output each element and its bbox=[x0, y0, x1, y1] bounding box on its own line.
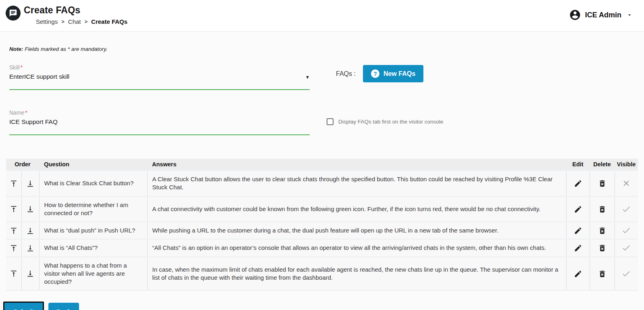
move-to-top-button[interactable] bbox=[6, 222, 21, 239]
name-field[interactable]: Name* ICE Support FAQ bbox=[9, 109, 310, 135]
edit-button[interactable] bbox=[566, 171, 590, 197]
trash-x-icon bbox=[598, 270, 606, 278]
check-icon bbox=[621, 226, 631, 235]
column-header-question: Question bbox=[39, 159, 147, 171]
faq-question: How to determine whether I am connected … bbox=[39, 196, 147, 222]
breadcrumb-current: Create FAQs bbox=[91, 18, 127, 25]
edit-button[interactable] bbox=[566, 222, 590, 239]
faq-row: What is “All Chats”?“All Chats” is an op… bbox=[6, 239, 638, 257]
faq-table: Order Question Answers Edit Delete Visib… bbox=[6, 159, 638, 291]
visible-toggle-check[interactable] bbox=[615, 222, 638, 239]
visible-toggle-check[interactable] bbox=[615, 239, 638, 257]
visible-toggle-cross[interactable] bbox=[615, 171, 638, 197]
note-prefix: Note: bbox=[9, 46, 23, 52]
faqs-label: FAQs : bbox=[336, 70, 356, 78]
trash-x-icon bbox=[598, 179, 606, 188]
chat-bubble-icon bbox=[6, 6, 21, 21]
name-value: ICE Support FAQ bbox=[9, 118, 58, 126]
edit-button[interactable] bbox=[566, 239, 590, 257]
check-icon bbox=[621, 243, 631, 253]
move-to-bottom-button[interactable] bbox=[21, 171, 39, 197]
pencil-icon bbox=[574, 244, 582, 252]
move-to-top-icon bbox=[10, 270, 18, 278]
breadcrumb-chat[interactable]: Chat bbox=[68, 18, 81, 25]
checkbox-icon[interactable] bbox=[327, 118, 333, 125]
column-header-answers: Answers bbox=[147, 159, 566, 171]
move-to-bottom-button[interactable] bbox=[21, 257, 39, 291]
main-content: Note: Fields marked as * are mandatory. … bbox=[0, 46, 644, 310]
move-to-bottom-icon bbox=[26, 244, 34, 252]
move-to-bottom-button[interactable] bbox=[21, 196, 39, 222]
faq-question: What is “All Chats”? bbox=[39, 239, 147, 257]
move-to-top-button[interactable] bbox=[6, 196, 21, 222]
pencil-icon bbox=[574, 205, 582, 214]
trash-x-icon bbox=[598, 244, 606, 252]
move-to-top-icon bbox=[10, 180, 18, 188]
check-icon bbox=[621, 204, 631, 214]
faq-answer: A Clear Stuck Chat button allows the use… bbox=[147, 171, 566, 197]
skill-label: Skill* bbox=[9, 64, 310, 71]
submit-button[interactable]: Submit bbox=[3, 302, 44, 310]
move-to-bottom-button[interactable] bbox=[21, 239, 39, 257]
breadcrumb-settings[interactable]: Settings bbox=[36, 18, 58, 25]
visible-toggle-check[interactable] bbox=[615, 196, 638, 222]
faq-answer: “All Chats” is an option in an operator’… bbox=[147, 239, 566, 257]
new-faqs-button-label: New FAQs bbox=[383, 70, 415, 78]
note-text: Fields marked as * are mandatory. bbox=[25, 46, 107, 52]
faq-question: What is “dual push” in Push URL? bbox=[39, 222, 147, 239]
move-to-top-button[interactable] bbox=[6, 257, 21, 291]
page-title: Create FAQs bbox=[24, 5, 127, 15]
move-to-top-icon bbox=[10, 205, 18, 213]
faq-row: What happens to a chat from a visitor wh… bbox=[6, 257, 638, 291]
mandatory-note: Note: Fields marked as * are mandatory. bbox=[9, 46, 638, 52]
move-to-top-button[interactable] bbox=[6, 239, 21, 257]
faq-answer: While pushing a URL to the customer duri… bbox=[147, 222, 566, 239]
faq-row: What is Clear Stuck Chat button?A Clear … bbox=[6, 171, 638, 197]
move-to-top-icon bbox=[10, 244, 18, 252]
column-header-order: Order bbox=[6, 159, 39, 171]
name-label: Name* bbox=[9, 109, 310, 116]
skill-value: EnterICE support skill bbox=[9, 73, 69, 80]
delete-button[interactable] bbox=[590, 257, 615, 291]
move-to-top-icon bbox=[10, 227, 18, 235]
column-header-edit: Edit bbox=[566, 159, 590, 171]
move-to-bottom-button[interactable] bbox=[21, 222, 39, 239]
back-button[interactable]: Back bbox=[48, 303, 79, 310]
faq-row: What is “dual push” in Push URL?While pu… bbox=[6, 222, 638, 239]
check-icon bbox=[621, 269, 631, 279]
delete-button[interactable] bbox=[590, 171, 615, 197]
delete-button[interactable] bbox=[590, 222, 615, 239]
trash-x-icon bbox=[598, 226, 606, 235]
faq-row: How to determine whether I am connected … bbox=[6, 196, 638, 222]
faq-question: What happens to a chat from a visitor wh… bbox=[39, 257, 147, 291]
breadcrumb-separator: > bbox=[61, 19, 65, 25]
faq-answer: In case, when the maximum limit of chats… bbox=[147, 257, 566, 291]
breadcrumb: Settings > Chat > Create FAQs bbox=[36, 18, 127, 25]
edit-button[interactable] bbox=[566, 196, 590, 222]
chevron-down-icon bbox=[626, 12, 633, 18]
edit-button[interactable] bbox=[566, 257, 590, 291]
move-to-bottom-icon bbox=[26, 270, 34, 278]
user-menu[interactable]: ICE Admin bbox=[569, 9, 633, 21]
dropdown-arrow-icon[interactable]: ▼ bbox=[305, 75, 310, 80]
skill-field[interactable]: Skill* EnterICE support skill ▼ bbox=[9, 64, 310, 90]
column-header-delete: Delete bbox=[590, 159, 615, 171]
delete-button[interactable] bbox=[590, 196, 615, 222]
move-to-bottom-icon bbox=[26, 227, 34, 235]
checkbox-label: Display FAQs tab first on the visitor co… bbox=[338, 119, 443, 125]
app-header: Create FAQs Settings > Chat > Create FAQ… bbox=[0, 0, 644, 31]
pencil-icon bbox=[574, 270, 582, 278]
user-name: ICE Admin bbox=[585, 11, 621, 19]
delete-button[interactable] bbox=[590, 239, 615, 257]
move-to-bottom-icon bbox=[26, 205, 34, 213]
question-mark-icon: ? bbox=[371, 69, 379, 78]
visible-toggle-check[interactable] bbox=[615, 257, 638, 291]
cross-icon bbox=[622, 179, 631, 188]
trash-x-icon bbox=[598, 205, 606, 214]
move-to-top-button[interactable] bbox=[6, 171, 21, 197]
faq-table-header-row: Order Question Answers Edit Delete Visib… bbox=[6, 159, 638, 171]
breadcrumb-separator: > bbox=[84, 19, 88, 25]
display-faqs-first-checkbox[interactable]: Display FAQs tab first on the visitor co… bbox=[327, 118, 443, 125]
move-to-bottom-icon bbox=[26, 180, 34, 188]
new-faqs-button[interactable]: ? New FAQs bbox=[363, 65, 423, 82]
